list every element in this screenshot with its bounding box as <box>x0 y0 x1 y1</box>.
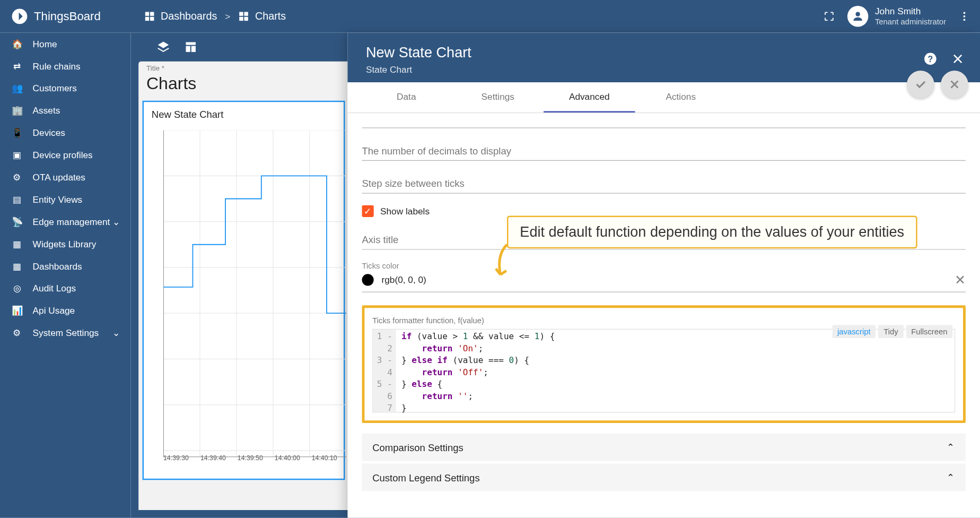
svg-point-8 <box>856 12 860 16</box>
breadcrumb-separator: > <box>225 11 230 22</box>
sidebar-item-deviceprofiles[interactable]: ▣Device profiles <box>0 144 130 166</box>
sidebar-item-entityviews[interactable]: ▤Entity Views <box>0 188 130 211</box>
checkbox-checked-icon: ✓ <box>362 205 374 217</box>
clear-color-icon[interactable]: ✕ <box>955 272 966 288</box>
chevron-down-icon: ⌄ <box>112 327 120 338</box>
sidebar-item-rulechains[interactable]: ⇄Rule chains <box>0 55 130 77</box>
sidebar-item-edge[interactable]: 📡Edge management⌄ <box>0 211 130 233</box>
tab-data[interactable]: Data <box>361 82 452 113</box>
swap-icon: ⇄ <box>11 59 24 73</box>
logo-icon <box>11 7 29 25</box>
sidebar-item-auditlogs[interactable]: ◎Audit Logs <box>0 277 130 299</box>
panel-title: New State Chart <box>366 45 962 62</box>
dashboard-icon <box>144 11 155 22</box>
chevron-up-icon: ⌃ <box>947 442 955 453</box>
widget-title: New State Chart <box>147 109 339 120</box>
svg-point-9 <box>964 12 966 14</box>
user-menu[interactable]: John Smith Tenant administrator <box>847 6 946 27</box>
chart-icon: 📊 <box>11 304 24 317</box>
gear-icon: ⚙ <box>11 326 24 340</box>
help-icon[interactable]: ? <box>923 51 939 67</box>
svg-rect-1 <box>150 12 154 15</box>
sidebar-item-customers[interactable]: 👥Customers <box>0 77 130 99</box>
svg-point-11 <box>964 19 966 21</box>
chevron-down-icon: ⌄ <box>112 217 120 227</box>
layers-icon[interactable] <box>155 39 171 55</box>
sidebar-item-settings[interactable]: ⚙System Settings⌄ <box>0 322 130 344</box>
legend-settings-accordion[interactable]: Custom Legend Settings ⌃ <box>362 463 966 491</box>
app-logo[interactable]: ThingsBoard <box>0 7 130 25</box>
decimals-field[interactable]: The number of decimals to display <box>362 140 966 161</box>
sidebar-item-home[interactable]: 🏠Home <box>0 33 130 55</box>
editor-code[interactable]: if (value > 1 && value <= 1) { return 'O… <box>396 330 955 412</box>
sidebar: 🏠Home ⇄Rule chains 👥Customers 🏢Assets 📱D… <box>0 33 130 518</box>
cancel-button[interactable] <box>941 71 968 98</box>
code-editor[interactable]: 1 -23 -45 -67 if (value > 1 && value <= … <box>372 329 955 413</box>
user-role: Tenant administrator <box>875 17 946 27</box>
widget-editor-panel: New State Chart State Chart ? Data Setti… <box>347 33 980 518</box>
people-icon: 👥 <box>11 82 24 95</box>
tab-settings[interactable]: Settings <box>452 82 544 113</box>
svg-rect-5 <box>244 12 248 15</box>
breadcrumb-current[interactable]: Charts <box>238 11 286 22</box>
color-swatch <box>362 274 374 286</box>
layouts-icon[interactable] <box>183 39 199 55</box>
sidebar-item-dashboards[interactable]: ▦Dashboards <box>0 255 130 277</box>
svg-rect-2 <box>145 17 149 21</box>
chevron-up-icon: ⌃ <box>947 471 955 483</box>
panel-header: New State Chart State Chart ? <box>347 33 980 83</box>
panel-subtitle: State Chart <box>366 64 962 75</box>
dashboard-icon <box>238 11 250 22</box>
canvas-title[interactable]: Charts <box>146 73 196 93</box>
callout-arrow-icon <box>493 242 512 281</box>
breadcrumb: Dashboards > Charts <box>144 11 286 22</box>
svg-point-10 <box>964 15 966 18</box>
track-icon: ◎ <box>11 282 24 295</box>
callout-text: Edit default function depending on the v… <box>507 216 917 249</box>
stepsize-field[interactable]: Step size between ticks <box>362 172 966 193</box>
sidebar-item-assets[interactable]: 🏢Assets <box>0 99 130 122</box>
svg-text:?: ? <box>928 55 933 64</box>
view-icon: ▤ <box>11 193 24 206</box>
ticks-formatter-block: Ticks formatter function, f(value) javas… <box>362 305 966 423</box>
formatter-label: Ticks formatter function, f(value) <box>372 316 955 325</box>
tab-advanced[interactable]: Advanced <box>544 82 635 113</box>
sidebar-item-apiusage[interactable]: 📊Api Usage <box>0 299 130 322</box>
sidebar-item-widgets[interactable]: ▦Widgets Library <box>0 233 130 255</box>
svg-rect-6 <box>240 17 243 21</box>
close-icon[interactable] <box>950 51 966 67</box>
profile-icon: ▣ <box>11 149 24 162</box>
devices-icon: 📱 <box>11 126 24 140</box>
apply-button[interactable] <box>907 71 934 98</box>
dashboard-icon: ▦ <box>11 260 24 273</box>
home-icon: 🏠 <box>11 37 24 50</box>
ticks-color-label: Ticks color <box>362 262 966 271</box>
svg-rect-12 <box>186 42 196 45</box>
sidebar-item-ota[interactable]: ⚙OTA updates <box>0 166 130 188</box>
svg-rect-4 <box>240 12 243 15</box>
avatar <box>847 6 868 27</box>
app-name: ThingsBoard <box>34 10 101 23</box>
topbar: ThingsBoard Dashboards > Charts John Smi… <box>0 0 980 33</box>
more-icon[interactable] <box>957 8 973 24</box>
svg-rect-7 <box>244 17 248 21</box>
state-chart-widget[interactable]: New State Chart 14:39:3014:39:4014:39:50… <box>143 101 345 480</box>
widgets-icon: ▦ <box>11 237 24 251</box>
tab-actions[interactable]: Actions <box>635 82 727 113</box>
svg-rect-13 <box>186 46 190 52</box>
router-icon: 📡 <box>11 215 24 228</box>
svg-rect-14 <box>191 46 196 52</box>
sidebar-item-devices[interactable]: 📱Devices <box>0 122 130 144</box>
fullscreen-icon[interactable] <box>821 8 837 24</box>
panel-tabs: Data Settings Advanced Actions <box>347 82 980 113</box>
comparison-settings-accordion[interactable]: Comparison Settings ⌃ <box>362 434 966 461</box>
panel-body[interactable]: The number of decimals to display Step s… <box>347 113 980 518</box>
chart-area <box>147 125 339 452</box>
svg-rect-3 <box>150 17 154 21</box>
user-name: John Smith <box>875 6 946 18</box>
ticks-color-field[interactable]: rgb(0, 0, 0) ✕ <box>362 272 966 292</box>
breadcrumb-root[interactable]: Dashboards <box>144 11 217 22</box>
memory-icon: ⚙ <box>11 171 24 184</box>
editor-gutter: 1 -23 -45 -67 <box>373 330 396 412</box>
domain-icon: 🏢 <box>11 104 24 117</box>
